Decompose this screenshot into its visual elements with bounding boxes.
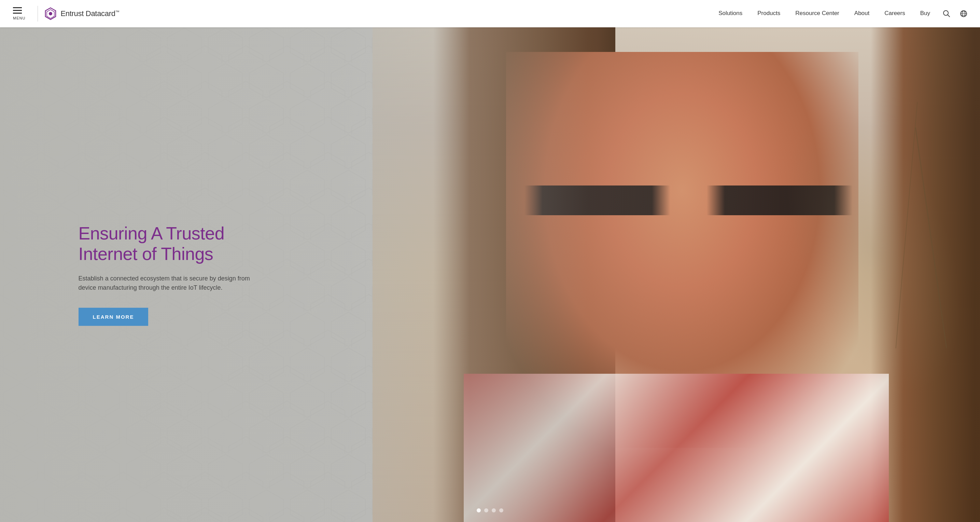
carousel-dots [477,508,503,512]
menu-label: MENU [13,16,25,20]
nav-buy[interactable]: Buy [913,0,938,27]
header-divider [38,6,38,22]
main-nav: Solutions Products Resource Center About… [711,0,938,27]
header-icons [940,8,970,20]
hero-section: Ensuring A Trusted Internet of Things Es… [0,27,980,522]
hero-subtext: Establish a connected ecosystem that is … [78,274,256,293]
nav-careers[interactable]: Careers [877,0,912,27]
carousel-dot-1[interactable] [477,508,481,512]
search-icon[interactable] [940,8,953,20]
logo-icon [44,7,57,20]
nav-products[interactable]: Products [750,0,788,27]
nav-resource-center[interactable]: Resource Center [788,0,847,27]
svg-point-2 [49,12,52,15]
carousel-dot-2[interactable] [484,508,488,512]
logo-text: Entrust Datacard™ [60,9,119,18]
menu-button[interactable]: MENU [10,5,28,23]
globe-icon[interactable] [958,8,970,20]
learn-more-button[interactable]: LEARN MORE [78,308,148,326]
nav-about[interactable]: About [847,0,877,27]
svg-line-4 [948,15,950,17]
site-header: MENU Entrust Datacard™ Solutions Product… [0,0,980,27]
nav-solutions[interactable]: Solutions [711,0,750,27]
hero-content: Ensuring A Trusted Internet of Things Es… [78,223,256,326]
carousel-dot-3[interactable] [492,508,496,512]
hero-heading: Ensuring A Trusted Internet of Things [78,223,256,264]
logo-link[interactable]: Entrust Datacard™ [44,7,119,20]
carousel-dot-4[interactable] [499,508,503,512]
